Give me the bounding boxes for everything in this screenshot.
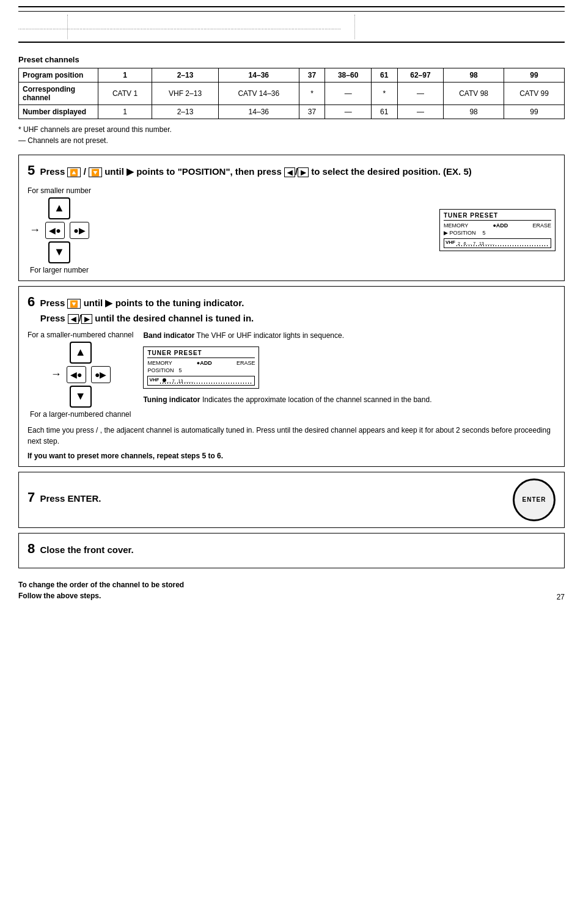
right-channel-button[interactable]: ●▶ <box>70 222 89 239</box>
arrow-row: → ◀● ●▶ <box>29 222 89 239</box>
step5-header: 5 Press 🔼 / 🔽 until ▶ points to "POSITIO… <box>28 161 556 180</box>
step5-content: For smaller number ▲ → ◀● ●▶ ▼ For large… <box>28 186 556 274</box>
tuner-position-label: ▶ POSITION <box>444 230 476 236</box>
col-header-62-97: 62–97 <box>397 68 443 82</box>
step6-note: Each time you press / , the adjacent cha… <box>28 425 556 447</box>
col-header-99: 99 <box>504 68 565 82</box>
tuner-memory: MEMORY <box>444 222 468 229</box>
step6-arrow-row: → ◀● ●▶ <box>51 366 111 383</box>
step6-smaller-label: For a smaller-numbered channel <box>28 331 133 339</box>
table-row: Corresponding channel CATV 1 VHF 2–13 CA… <box>19 82 565 105</box>
step6-repeat-note: If you want to preset more channels, rep… <box>28 452 556 460</box>
step6-tuner-erase: ERASE <box>237 360 255 366</box>
col-header-program: Program position <box>19 68 98 82</box>
tuner-scale-bar <box>457 245 549 246</box>
row1-val3: * <box>299 82 325 105</box>
step6-down-button[interactable]: ▼ <box>70 386 92 408</box>
step5-instruction: Press 🔼 / 🔽 until ▶ points to "POSITION"… <box>40 166 471 177</box>
step6-tuner-title: TUNER PRESET <box>147 350 255 358</box>
page-number: 27 <box>557 593 565 601</box>
step8-box: 8 Close the front cover. <box>18 533 565 569</box>
col-header-98: 98 <box>444 68 504 82</box>
row1-val5: * <box>371 82 397 105</box>
row2-val5: 61 <box>371 105 397 119</box>
row2-val0: 1 <box>98 105 152 119</box>
step6-number: 6 <box>28 294 35 309</box>
row2-val3: 37 <box>299 105 325 119</box>
step5-box: 5 Press 🔼 / 🔽 until ▶ points to "POSITIO… <box>18 155 565 281</box>
tuner-band-label: VHF <box>446 240 455 245</box>
tuning-indicator-text: Tuning indicator Indicates the approxima… <box>143 395 556 405</box>
step5-number: 5 <box>28 163 35 178</box>
col-header-2-13: 2–13 <box>152 68 219 82</box>
footnotes: * UHF channels are preset around this nu… <box>18 124 565 146</box>
step6-right-arrow-icon: → <box>51 368 62 381</box>
enter-button[interactable]: ENTER <box>513 479 556 521</box>
row2-label: Number displayed <box>19 105 98 119</box>
row1-label: Corresponding channel <box>19 82 98 105</box>
footnote-1: * UHF channels are preset around this nu… <box>18 124 565 135</box>
preset-channels-title: Preset channels <box>18 55 565 64</box>
footer-line1: To change the order of the channel to be… <box>18 579 184 590</box>
col-header-38-60: 38–60 <box>325 68 371 82</box>
row1-val1: VHF 2–13 <box>152 82 219 105</box>
row1-val2: CATV 14–36 <box>219 82 299 105</box>
step6-tuner-position-label: POSITION <box>147 367 174 373</box>
step6-header: 6 Press 🔽 until ▶ points to the tuning i… <box>28 293 556 324</box>
step8-instruction: Close the front cover. <box>40 544 133 555</box>
step7-instruction: Press ENTER. <box>40 493 101 504</box>
tuner-add: ●ADD <box>493 222 508 229</box>
tuner-position-value: 5 <box>483 230 486 236</box>
step6-tuner-add: ●ADD <box>197 360 212 366</box>
step6-tuner-memory: MEMORY <box>147 360 172 366</box>
footer-note: To change the order of the channel to be… <box>18 579 184 601</box>
row2-val6: — <box>397 105 443 119</box>
footnote-2: — Channels are not preset. <box>18 135 565 146</box>
step6-tuner-display: TUNER PRESET MEMORY ●ADD ERASE POSITION … <box>143 346 259 389</box>
step6-tuner-band-label: VHF <box>149 377 159 383</box>
step8-header: 8 Close the front cover. <box>28 540 556 559</box>
table-row: Number displayed 1 2–13 14–36 37 — 61 — … <box>19 105 565 119</box>
step6-tuner-bar: VHF 6 .... 7 13 ........ <box>147 376 255 386</box>
row1-val8: CATV 99 <box>504 82 565 105</box>
step6-tuner-row-buttons: MEMORY ●ADD ERASE <box>147 360 255 366</box>
footer-line2: Follow the above steps. <box>18 590 184 601</box>
step7-content: 7 Press ENTER. ENTER <box>28 479 556 521</box>
step6-tuner-position-row: POSITION 5 <box>147 367 255 373</box>
step7-box: 7 Press ENTER. ENTER <box>18 472 565 528</box>
step5-controls: For smaller number ▲ → ◀● ●▶ ▼ For large… <box>28 186 91 274</box>
up-button[interactable]: ▲ <box>48 197 70 219</box>
step7-number: 7 <box>28 490 35 505</box>
col-header-1: 1 <box>98 68 152 82</box>
step6-controls: For a smaller-numbered channel ▲ → ◀● ●▶… <box>28 331 133 419</box>
tuner-bar: VHF 2 6 .... 7 13 ........ <box>444 238 551 248</box>
down-button[interactable]: ▼ <box>48 241 70 263</box>
row1-val7: CATV 98 <box>444 82 504 105</box>
tuner-position-row: ▶ POSITION 5 <box>444 230 551 236</box>
left-channel-button[interactable]: ◀● <box>45 222 65 239</box>
row2-val7: 98 <box>444 105 504 119</box>
smaller-label: For smaller number <box>28 186 91 195</box>
col-header-37: 37 <box>299 68 325 82</box>
step6-content: For a smaller-numbered channel ▲ → ◀● ●▶… <box>28 331 556 419</box>
step6-box: 6 Press 🔽 until ▶ points to the tuning i… <box>18 286 565 467</box>
row1-val0: CATV 1 <box>98 82 152 105</box>
tuning-indicator-title: Tuning indicator <box>143 395 200 404</box>
step6-left-channel-button[interactable]: ◀● <box>67 366 86 383</box>
col-header-61: 61 <box>371 68 397 82</box>
right-arrow-icon: → <box>29 224 40 237</box>
top-decorative: ........................................… <box>18 6 565 43</box>
step6-up-button[interactable]: ▲ <box>70 342 92 364</box>
row1-val6: — <box>397 82 443 105</box>
tuner-title: TUNER PRESET <box>444 212 551 221</box>
col-header-14-36: 14–36 <box>219 68 299 82</box>
band-indicator-text: Band indicator The VHF or UHF indicator … <box>143 331 556 341</box>
row2-val1: 2–13 <box>152 105 219 119</box>
step5-tuner-display: TUNER PRESET MEMORY ●ADD ERASE ▶ POSITIO… <box>439 209 556 251</box>
row1-val4: — <box>325 82 371 105</box>
channel-table: Program position 1 2–13 14–36 37 38–60 6… <box>18 68 565 119</box>
row2-val4: — <box>325 105 371 119</box>
step6-larger-label: For a larger-numbered channel <box>30 410 131 419</box>
step6-scale-bar <box>160 383 252 384</box>
step6-right-channel-button[interactable]: ●▶ <box>91 366 111 383</box>
